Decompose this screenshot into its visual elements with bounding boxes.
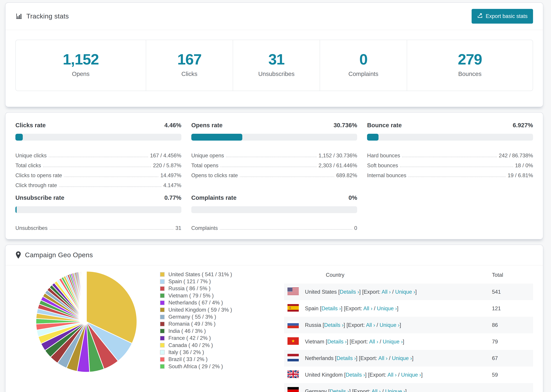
- export-unique-link[interactable]: Unique ›: [401, 372, 421, 378]
- dotted-leader: [49, 157, 148, 157]
- export-all-link[interactable]: All ›: [378, 355, 387, 361]
- rate-title: Opens rate: [191, 122, 223, 129]
- legend-item-brazil[interactable]: Brazil ( 33 / 2% ): [160, 356, 284, 363]
- stat-label: Complaints: [320, 70, 407, 77]
- export-unique-link[interactable]: Unique ›: [380, 322, 400, 328]
- legend-item-vietnam[interactable]: Vietnam ( 79 / 5% ): [160, 292, 284, 299]
- country-total: 121: [492, 300, 533, 317]
- legend-swatch: [160, 315, 165, 319]
- rate-title: Unsubscribe rate: [15, 194, 64, 201]
- export-unique-link[interactable]: Unique ›: [392, 355, 412, 361]
- legend-item-russia[interactable]: Russia ( 86 / 5% ): [160, 285, 284, 292]
- legend-swatch: [160, 279, 165, 284]
- export-all-link[interactable]: All ›: [372, 388, 381, 392]
- legend-item-france[interactable]: France ( 42 / 2% ): [160, 335, 284, 342]
- legend-item-romania[interactable]: Romania ( 49 / 3% ): [160, 321, 284, 328]
- legend-item-netherlands[interactable]: Netherlands ( 67 / 4% ): [160, 299, 284, 306]
- rate-title: Bounce rate: [367, 122, 402, 129]
- rate-stat-label: Hard bounces: [367, 153, 400, 159]
- rate-stat-row: Click through rate 4.147%: [15, 179, 181, 189]
- export-all-link[interactable]: All ›: [369, 339, 378, 345]
- legend-label: Romania ( 49 / 3% ): [168, 321, 216, 327]
- geo-pie-chart[interactable]: [34, 270, 139, 374]
- geo-opens-header: Campaign Geo Opens: [6, 245, 543, 266]
- rate-stat-value: 19 / 6.81%: [508, 172, 533, 179]
- rate-stat-value: 2,303 / 61.446%: [319, 162, 357, 169]
- export-unique-link[interactable]: Unique ›: [385, 388, 405, 392]
- dotted-leader: [402, 157, 497, 157]
- dotted-leader: [409, 176, 506, 177]
- details-link[interactable]: Details ›: [330, 388, 349, 392]
- export-all-link[interactable]: All ›: [366, 322, 375, 328]
- rate-stat-label: Unique opens: [191, 153, 224, 159]
- legend-swatch: [160, 364, 165, 369]
- legend-item-united-kingdom[interactable]: United Kingdom ( 59 / 3% ): [160, 306, 284, 313]
- rate-percent-value: 0.77%: [164, 194, 181, 201]
- stat-value: 0: [320, 51, 407, 68]
- legend-label: Vietnam ( 79 / 5% ): [168, 293, 214, 299]
- column-header-flag: [284, 266, 305, 284]
- legend-item-germany[interactable]: Germany ( 55 / 3% ): [160, 313, 284, 320]
- flag-nl-icon: [288, 354, 299, 361]
- details-link[interactable]: Details ›: [346, 372, 365, 378]
- rate-stat-label: Opens to clicks rate: [191, 172, 238, 179]
- rate-stat-row: Soft bounces 18 / 0%: [367, 159, 533, 169]
- legend-item-south-africa[interactable]: South Africa ( 29 / 2% ): [160, 363, 284, 370]
- rate-stat-value: 242 / 86.738%: [499, 153, 533, 159]
- rate-stat-label: Total clicks: [15, 162, 41, 169]
- export-unique-link[interactable]: Unique ›: [383, 339, 403, 345]
- stat-value: 167: [146, 51, 233, 68]
- rate-block: Opens rate 30.736% Unique opens 1,152 / …: [191, 122, 357, 189]
- flag-vn-icon: [288, 337, 299, 345]
- stat-cell: 279 Bounces: [407, 40, 533, 91]
- rate-stat-label: Internal bounces: [367, 172, 406, 179]
- legend-label: Canada ( 40 / 2% ): [168, 342, 213, 348]
- dotted-leader: [64, 176, 158, 177]
- export-all-link[interactable]: All ›: [381, 289, 391, 295]
- legend-item-italy[interactable]: Italy ( 36 / 2% ): [160, 349, 284, 356]
- country-name: United States: [305, 289, 337, 295]
- map-pin-icon: [15, 251, 21, 259]
- export-unique-link[interactable]: Unique ›: [395, 289, 415, 295]
- table-header-row: Country Total: [284, 266, 533, 284]
- country-name: Germany: [305, 388, 327, 392]
- geo-legend-wrap: United States ( 541 / 31% ) Spain ( 121 …: [139, 266, 284, 392]
- stat-cell: 0 Complaints: [320, 40, 407, 91]
- rate-stat-row: Total clicks 220 / 5.87%: [15, 159, 181, 169]
- export-all-link[interactable]: All ›: [387, 372, 396, 378]
- details-link[interactable]: Details ›: [340, 289, 359, 295]
- rate-stat-row: Unique clicks 167 / 4.456%: [15, 149, 181, 159]
- rate-percent-value: 0%: [349, 194, 357, 201]
- dotted-leader: [220, 167, 316, 167]
- tracking-stats-header: Tracking stats Export basic stats: [6, 3, 543, 30]
- tracking-stats-card: Tracking stats Export basic stats 1,152 …: [5, 2, 543, 107]
- rates-card: Clicks rate 4.46% Unique clicks 167 / 4.…: [5, 112, 543, 239]
- export-unique-link[interactable]: Unique ›: [377, 305, 397, 311]
- legend-label: Netherlands ( 67 / 4% ): [168, 300, 223, 306]
- country-name: Spain: [305, 305, 318, 311]
- details-link[interactable]: Details ›: [324, 322, 344, 328]
- details-link[interactable]: Details ›: [322, 305, 341, 311]
- export-basic-stats-button[interactable]: Export basic stats: [472, 9, 533, 24]
- legend-item-spain[interactable]: Spain ( 121 / 7% ): [160, 278, 284, 285]
- legend-label: South Africa ( 29 / 2% ): [168, 364, 223, 370]
- legend-swatch: [160, 343, 165, 348]
- rate-progress-fill: [15, 134, 23, 140]
- rate-progress-track: [15, 206, 181, 213]
- country-total: 67: [492, 350, 533, 366]
- dashboard-page: Tracking stats Export basic stats 1,152 …: [0, 0, 551, 392]
- dotted-leader: [59, 186, 161, 187]
- legend-item-canada[interactable]: Canada ( 40 / 2% ): [160, 342, 284, 349]
- pie-slice-other-57[interactable]: [86, 271, 86, 322]
- rate-stat-value: 167 / 4.456%: [150, 153, 181, 159]
- details-link[interactable]: Details ›: [336, 355, 356, 361]
- legend-label: Spain ( 121 / 7% ): [168, 279, 211, 285]
- dotted-leader: [240, 176, 334, 177]
- legend-swatch: [160, 286, 165, 291]
- legend-item-india[interactable]: India ( 46 / 3% ): [160, 328, 284, 335]
- export-all-link[interactable]: All ›: [363, 305, 372, 311]
- rate-stat-label: Click through rate: [15, 182, 57, 189]
- rate-progress-track: [15, 134, 181, 140]
- legend-item-united-states[interactable]: United States ( 541 / 31% ): [160, 271, 284, 278]
- details-link[interactable]: Details ›: [327, 339, 347, 345]
